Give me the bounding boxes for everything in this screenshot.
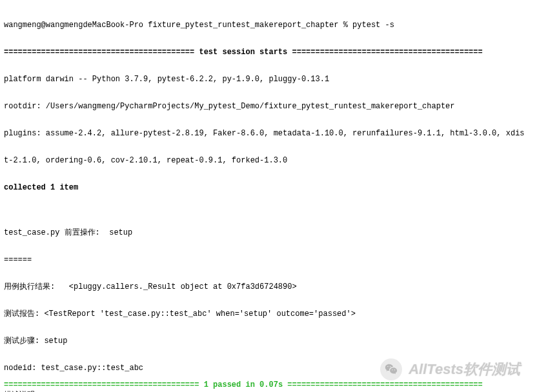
summary-line: ========================================… [0,380,537,389]
terminal-output: wangmeng@wangmengdeMacBook-Pro fixture_p… [0,0,537,392]
collected-line: collected 1 item [4,183,534,192]
setup-result: 用例执行结果: <pluggy.callers._Result object a… [4,282,534,291]
watermark: AllTests软件测试 [380,358,520,380]
setup-step: 测试步骤: setup [4,337,534,346]
platform-line: platform darwin -- Python 3.7.9, pytest-… [4,75,534,84]
setup-report: 测试报告: <TestReport 'test_case.py::test_ab… [4,309,534,318]
session-start-line: ========================================… [4,48,534,57]
wechat-icon [380,358,402,380]
watermark-text: AllTests软件测试 [409,365,520,374]
separator: ====== [4,255,534,264]
plugins-line-1: plugins: assume-2.4.2, allure-pytest-2.8… [4,129,534,138]
rootdir-line: rootdir: /Users/wangmeng/PycharmProjects… [4,102,534,111]
plugins-line-2: t-2.1.0, ordering-0.6, cov-2.10.1, repea… [4,156,534,165]
setup-file-line: test_case.py 前置操作: setup [4,228,534,237]
prompt-line: wangmeng@wangmengdeMacBook-Pro fixture_p… [4,21,534,30]
